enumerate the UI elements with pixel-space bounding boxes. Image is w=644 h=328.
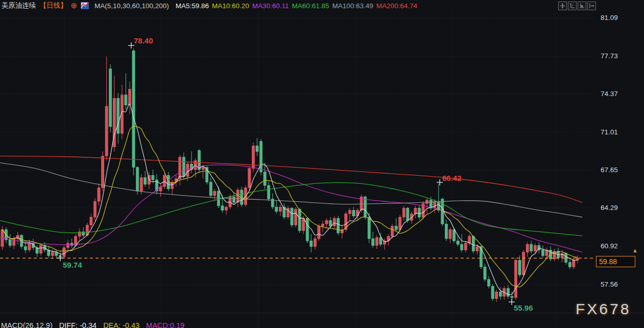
swing-price-annotation: 59.74 <box>63 261 82 269</box>
pan-icon[interactable] <box>558 2 567 10</box>
ma-value: MA5:59.86 <box>176 2 209 10</box>
current-price-tag: 59.88 <box>596 256 635 267</box>
swing-price-annotation: 66.42 <box>442 174 462 182</box>
axis-price-label: 60.92 <box>601 242 618 250</box>
pane-divider[interactable] <box>0 313 644 313</box>
chart-canvas[interactable]: 78.4059.7466.4255.96 <box>0 0 644 328</box>
price-up-arrow-icon: ▲ <box>632 247 638 253</box>
ma-value: MA60:61.85 <box>292 2 329 10</box>
crosshair-target-icon[interactable]: ⊕ <box>71 2 78 9</box>
symbol-title: 美原油连续 <box>2 1 36 10</box>
ma-value: MA200:64.74 <box>376 2 417 10</box>
macd-diff-value: DIFF: -0.34 <box>59 321 97 328</box>
scale-axis-icon[interactable] <box>568 2 577 10</box>
ma-value: MA10:60.20 <box>212 2 249 10</box>
swing-price-annotation: 78.40 <box>134 36 153 45</box>
axis-price-label: 81.09 <box>601 14 618 22</box>
period-label[interactable]: 【日线】 <box>40 1 67 10</box>
macd-settings-label: MACD(26,12,9) <box>1 321 53 328</box>
swing-price-annotation: 55.96 <box>514 303 533 312</box>
axis-price-label: 57.56 <box>601 280 618 289</box>
axis-price-label: 74.37 <box>601 90 618 98</box>
axis-play-icon[interactable] <box>578 2 586 10</box>
shift-right-icon[interactable] <box>587 2 596 10</box>
header-bar: 美原油连续 【日线】 ⊕ MA(5,10,30,60,100,200) MA5:… <box>2 1 417 10</box>
ma-value: MA100:63.49 <box>332 2 373 10</box>
chart-toolbar <box>558 2 596 10</box>
ma-settings-label: MA(5,10,30,60,100,200) <box>94 2 169 10</box>
chart-type-icon[interactable] <box>81 2 89 9</box>
fx678-watermark: FX678 <box>576 300 631 318</box>
ma-value: MA30:60.11 <box>252 2 289 10</box>
axis-price-label: 64.29 <box>601 204 618 212</box>
macd-status-bar: MACD(26,12,9) DIFF: -0.34 DEA: -0.43 MAC… <box>1 321 189 328</box>
macd-value: MACD:0.19 <box>146 321 184 328</box>
ma-values-row: MA5:59.86MA10:60.20MA30:60.11MA60:61.85M… <box>173 2 417 10</box>
axis-price-label: 71.01 <box>601 128 618 136</box>
chart-window: 78.4059.7466.4255.96 美原油连续 【日线】 ⊕ MA(5,1… <box>0 0 644 328</box>
macd-dea-value: DEA: -0.43 <box>103 321 139 328</box>
current-price-value: 59.88 <box>599 257 617 266</box>
axis-price-label: 77.73 <box>601 52 618 60</box>
axis-price-label: 67.65 <box>601 166 618 174</box>
